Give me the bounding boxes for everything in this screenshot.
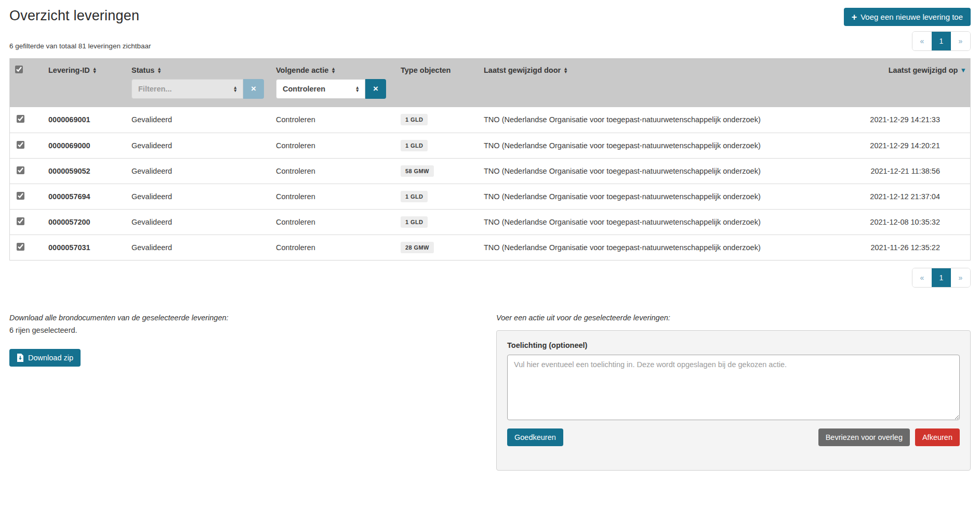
table-row[interactable]: 0000057031 Gevalideerd Controleren 28 GM… — [10, 235, 970, 260]
table-row[interactable]: 0000059052 Gevalideerd Controleren 58 GM… — [10, 158, 970, 184]
status-cell: Gevalideerd — [126, 158, 271, 184]
type-objecten-badge: 28 GMW — [401, 242, 434, 253]
volgende-actie-filter-select[interactable]: Controleren ▴▾ — [276, 79, 365, 99]
status-cell: Gevalideerd — [126, 209, 271, 235]
download-file-icon — [17, 354, 24, 362]
pagination-prev-button[interactable]: « — [912, 32, 932, 50]
gewijzigd-op-cell: 2021-12-29 14:21:33 — [851, 107, 970, 133]
volgende-actie-filter-group: Controleren ▴▾ × — [276, 79, 386, 99]
sort-descending-icon: ▾ — [961, 68, 965, 73]
row-checkbox[interactable] — [17, 115, 24, 123]
pagination-page-1[interactable]: 1 — [932, 268, 951, 287]
status-filter-clear-button[interactable]: × — [243, 79, 264, 99]
status-cell: Gevalideerd — [126, 235, 271, 260]
plus-icon: + — [852, 14, 857, 21]
volgende-actie-cell: Controleren — [271, 107, 395, 133]
status-cell: Gevalideerd — [126, 184, 271, 209]
column-header-levering-id[interactable]: Levering-ID ▴▾ — [48, 66, 96, 74]
column-header-gewijzigd-door[interactable]: Laatst gewijzigd door ▴▾ — [484, 66, 567, 74]
gewijzigd-op-cell: 2021-12-08 10:35:32 — [851, 209, 970, 235]
action-instruction: Voer een actie uit voor de geselecteerde… — [496, 314, 971, 322]
sort-icon: ▴▾ — [94, 67, 96, 74]
status-cell: Gevalideerd — [126, 107, 271, 133]
pagination-prev-button[interactable]: « — [912, 268, 932, 287]
row-checkbox[interactable] — [17, 243, 24, 251]
sort-icon: ▴▾ — [564, 67, 567, 74]
select-all-checkbox[interactable] — [15, 66, 23, 73]
row-checkbox[interactable] — [17, 217, 24, 225]
pagination-next-button[interactable]: » — [951, 268, 970, 287]
pagination-page-1[interactable]: 1 — [932, 32, 951, 50]
select-caret-icon: ▴▾ — [356, 86, 359, 92]
toelichting-textarea[interactable] — [507, 355, 960, 420]
deliveries-table: Levering-ID ▴▾ Status ▴▾ Volgende actie — [10, 58, 970, 260]
gewijzigd-door-cell: TNO (Nederlandse Organisatie voor toegep… — [479, 133, 851, 158]
row-checkbox[interactable] — [17, 192, 24, 200]
download-zip-label: Download zip — [28, 354, 73, 362]
column-header-volgende-actie[interactable]: Volgende actie ▴▾ — [276, 66, 335, 74]
download-instruction: Download alle brondocumenten van de gese… — [9, 314, 496, 322]
status-cell: Gevalideerd — [126, 133, 271, 158]
table-row[interactable]: 0000069000 Gevalideerd Controleren 1 GLD… — [10, 133, 970, 158]
bottom-section: Download alle brondocumenten van de gese… — [9, 314, 971, 471]
volgende-actie-cell: Controleren — [271, 209, 395, 235]
table-row[interactable]: 0000057694 Gevalideerd Controleren 1 GLD… — [10, 184, 970, 209]
type-objecten-badge: 1 GLD — [401, 216, 428, 228]
gewijzigd-door-cell: TNO (Nederlandse Organisatie voor toegep… — [479, 158, 851, 184]
column-header-status[interactable]: Status ▴▾ — [131, 66, 161, 74]
gewijzigd-op-cell: 2021-12-21 11:38:56 — [851, 158, 970, 184]
action-section: Voer een actie uit voor de geselecteerde… — [496, 314, 971, 471]
filter-summary: 6 gefilterde van totaal 81 leveringen zi… — [9, 42, 151, 51]
meta-row: 6 gefilterde van totaal 81 leveringen zi… — [9, 31, 971, 51]
type-objecten-badge: 1 GLD — [401, 140, 428, 151]
freeze-button[interactable]: Bevriezen voor overleg — [818, 428, 910, 446]
levering-id-cell: 0000059052 — [43, 158, 126, 184]
levering-id-cell: 0000057200 — [43, 209, 126, 235]
add-delivery-label: Voeg een nieuwe levering toe — [860, 12, 963, 21]
reject-button[interactable]: Afkeuren — [915, 428, 960, 446]
type-objecten-badge: 58 GMW — [401, 165, 434, 177]
add-delivery-button[interactable]: + Voeg een nieuwe levering toe — [844, 8, 971, 26]
levering-id-cell: 0000069001 — [43, 107, 126, 133]
gewijzigd-door-cell: TNO (Nederlandse Organisatie voor toegep… — [479, 184, 851, 209]
type-objecten-badge: 1 GLD — [401, 191, 428, 202]
clear-icon: × — [373, 84, 378, 94]
row-checkbox[interactable] — [17, 141, 24, 149]
download-section: Download alle brondocumenten van de gese… — [9, 314, 496, 367]
volgende-actie-cell: Controleren — [271, 235, 395, 260]
download-zip-button[interactable]: Download zip — [9, 349, 81, 367]
status-filter-group: Filteren... ▴▾ × — [131, 79, 264, 99]
gewijzigd-op-cell: 2021-12-29 14:20:21 — [851, 133, 970, 158]
selection-count: 6 rijen geselecteerd. — [9, 326, 496, 334]
type-objecten-badge: 1 GLD — [401, 114, 428, 125]
table-row[interactable]: 0000069001 Gevalideerd Controleren 1 GLD… — [10, 107, 970, 133]
select-caret-icon: ▴▾ — [234, 86, 236, 92]
levering-id-cell: 0000057694 — [43, 184, 126, 209]
volgende-actie-cell: Controleren — [271, 158, 395, 184]
gewijzigd-op-cell: 2021-12-12 21:37:04 — [851, 184, 970, 209]
pagination-bottom-row: « 1 » — [9, 268, 971, 288]
gewijzigd-door-cell: TNO (Nederlandse Organisatie voor toegep… — [479, 107, 851, 133]
table-row[interactable]: 0000057200 Gevalideerd Controleren 1 GLD… — [10, 209, 970, 235]
deliveries-table-wrap: Levering-ID ▴▾ Status ▴▾ Volgende actie — [9, 58, 971, 261]
clear-icon: × — [251, 84, 256, 94]
header-bar: Overzicht leveringen + Voeg een nieuwe l… — [9, 0, 971, 26]
pagination-bottom: « 1 » — [912, 268, 971, 288]
action-buttons-row: Goedkeuren Bevriezen voor overleg Afkeur… — [507, 428, 960, 446]
page-title: Overzicht leveringen — [9, 8, 139, 24]
volgende-actie-filter-clear-button[interactable]: × — [365, 79, 386, 99]
gewijzigd-op-cell: 2021-11-26 12:35:22 — [851, 235, 970, 260]
pagination-next-button[interactable]: » — [951, 32, 970, 50]
approve-button[interactable]: Goedkeuren — [507, 428, 563, 446]
page: Overzicht leveringen + Voeg een nieuwe l… — [0, 0, 980, 471]
levering-id-cell: 0000069000 — [43, 133, 126, 158]
sort-icon: ▴▾ — [158, 67, 161, 74]
levering-id-cell: 0000057031 — [43, 235, 126, 260]
status-filter-select[interactable]: Filteren... ▴▾ — [131, 79, 243, 99]
volgende-actie-cell: Controleren — [271, 184, 395, 209]
toelichting-label: Toelichting (optioneel) — [507, 341, 587, 349]
row-checkbox[interactable] — [17, 166, 24, 174]
column-header-gewijzigd-op[interactable]: Laatst gewijzigd op ▾ — [889, 66, 965, 74]
pagination-top: « 1 » — [912, 31, 971, 51]
action-panel: Toelichting (optioneel) Goedkeuren Bevri… — [496, 330, 971, 471]
